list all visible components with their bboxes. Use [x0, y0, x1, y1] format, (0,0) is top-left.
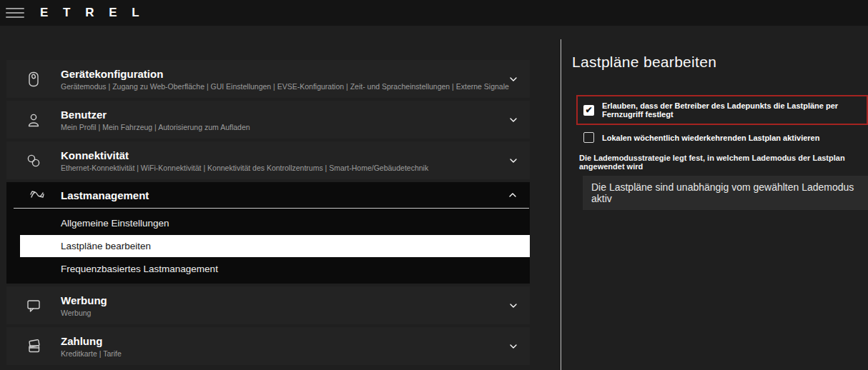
section-konnektivitaet[interactable]: Konnektivität Ethernet-Konnektivität | W… — [6, 141, 530, 179]
chevron-down-icon[interactable] — [497, 155, 530, 166]
panel-divider — [561, 39, 561, 370]
section-title: Lastmanagement — [61, 189, 496, 201]
etrel-logo: E T R E L — [40, 6, 145, 20]
topbar: E T R E L — [0, 0, 868, 26]
section-lastmanagement-header[interactable]: Lastmanagement — [14, 182, 529, 209]
credit-cards-icon — [6, 338, 61, 355]
subitem-allgemeine-einstellungen[interactable]: Allgemeine Einstellungen — [6, 212, 530, 234]
section-subtitle: Ethernet-Konnektivität | WiFi-Konnektivi… — [61, 164, 497, 172]
section-subtitle: Mein Profil | Mein Fahrzeug | Autorisier… — [61, 123, 497, 131]
chevron-down-icon[interactable] — [497, 300, 530, 311]
chat-bubble-icon — [6, 297, 61, 314]
chevron-down-icon[interactable] — [497, 341, 530, 352]
local-weekly-plan-option[interactable]: Lokalen wöchentlich wiederkehrenden Last… — [583, 132, 868, 143]
lastplaene-panel: Lastpläne bearbeiten ✔ Erlauben, dass de… — [572, 54, 868, 210]
section-lastmanagement: Lastmanagement Allgemeine Einstellungen … — [6, 182, 530, 284]
chevron-down-icon[interactable] — [497, 74, 530, 85]
section-title: Zahlung — [61, 335, 497, 347]
hamburger-menu-icon[interactable] — [6, 8, 24, 18]
device-icon — [6, 71, 61, 88]
section-benutzer[interactable]: Benutzer Mein Profil | Mein Fahrzeug | A… — [6, 101, 530, 139]
subitem-lastplaene-bearbeiten[interactable]: Lastpläne bearbeiten — [20, 235, 530, 257]
link-icon — [6, 152, 61, 169]
page-title: Lastpläne bearbeiten — [572, 54, 868, 71]
charging-mode-strategy-label: Die Lademodusstrategie legt fest, in wel… — [579, 154, 868, 171]
chevron-up-icon[interactable] — [496, 189, 529, 201]
load-wave-icon — [14, 186, 61, 204]
remote-load-plan-option[interactable]: ✔ Erlauben, dass der Betreiber des Ladep… — [576, 95, 868, 125]
section-subtitle: Kreditkarte | Tarife — [61, 349, 497, 358]
charging-mode-strategy-select[interactable]: Die Lastpläne sind unabhängig vom gewähl… — [583, 176, 868, 210]
local-weekly-plan-checkbox[interactable] — [583, 132, 594, 143]
section-werbung[interactable]: Werbung Werbung — [6, 286, 530, 324]
remote-load-plan-label: Erlauben, dass der Betreiber des Ladepun… — [602, 101, 859, 119]
section-zahlung[interactable]: Zahlung Kreditkarte | Tarife — [6, 327, 530, 365]
section-title: Konnektivität — [61, 149, 497, 161]
section-geraetekonfiguration[interactable]: Gerätekonfiguration Gerätemodus | Zugang… — [6, 60, 530, 98]
lastmanagement-subitems: Allgemeine Einstellungen Lastpläne bearb… — [6, 209, 530, 284]
section-title: Benutzer — [61, 109, 497, 121]
user-icon — [6, 111, 61, 129]
section-subtitle: Gerätemodus | Zugang zu Web-Oberfläche |… — [61, 82, 497, 91]
local-weekly-plan-label: Lokalen wöchentlich wiederkehrenden Last… — [602, 134, 819, 142]
remote-load-plan-checkbox[interactable]: ✔ — [583, 105, 594, 116]
subitem-frequenzbasiertes-lastmanagement[interactable]: Frequenzbasiertes Lastmanagement — [6, 258, 530, 280]
chevron-down-icon[interactable] — [497, 114, 530, 126]
settings-accordion: Gerätekonfiguration Gerätemodus | Zugang… — [6, 60, 530, 365]
section-title: Gerätekonfiguration — [61, 68, 497, 80]
section-subtitle: Werbung — [61, 309, 497, 317]
section-title: Werbung — [61, 294, 497, 306]
